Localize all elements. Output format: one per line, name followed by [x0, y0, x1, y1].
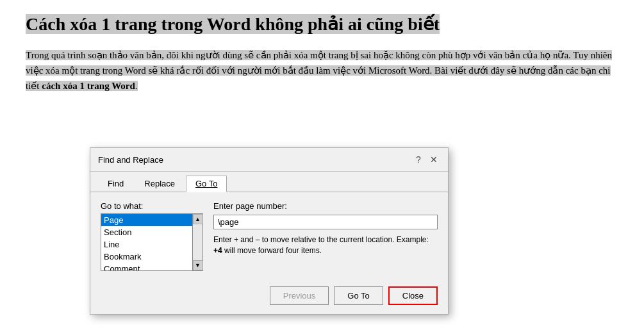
- dialog-columns: Go to what: Page Section Line Bookmark C…: [101, 201, 438, 271]
- tab-goto[interactable]: Go To: [186, 176, 227, 192]
- list-item-bookmark[interactable]: Bookmark: [101, 251, 192, 263]
- scroll-down-arrow[interactable]: ▼: [193, 260, 203, 270]
- right-column: Enter page number: Enter + and – to move…: [213, 201, 438, 271]
- enter-page-label: Enter page number:: [213, 201, 438, 211]
- goto-button[interactable]: Go To: [334, 286, 383, 305]
- dialog-footer: Previous Go To Close: [90, 280, 448, 314]
- dialog-title-bar: Find and Replace ? ✕: [90, 148, 448, 172]
- close-dialog-button[interactable]: Close: [388, 286, 438, 305]
- dialog-title-controls: ? ✕: [412, 153, 440, 166]
- list-item-line[interactable]: Line: [101, 238, 192, 251]
- list-item-section[interactable]: Section: [101, 226, 192, 238]
- hint-text: Enter + and – to move relative to the cu…: [213, 235, 438, 256]
- go-to-what-label: Go to what:: [101, 201, 203, 211]
- dialog-body: Go to what: Page Section Line Bookmark C…: [90, 192, 448, 280]
- page-number-input[interactable]: [213, 215, 438, 229]
- scrollbar-track[interactable]: ▲ ▼: [193, 213, 203, 271]
- dialog-title: Find and Replace: [98, 155, 163, 165]
- listbox-items: Page Section Line Bookmark Comment Footn…: [101, 213, 193, 271]
- help-button[interactable]: ?: [412, 153, 425, 166]
- find-replace-dialog: Find and Replace ? ✕ Find Replace Go To …: [90, 147, 449, 315]
- tab-find[interactable]: Find: [98, 176, 133, 192]
- list-item-comment[interactable]: Comment: [101, 263, 192, 271]
- listbox-wrap: Page Section Line Bookmark Comment Footn…: [101, 213, 203, 271]
- doc-title: Cách xóa 1 trang trong Word không phải a…: [26, 13, 618, 36]
- close-button[interactable]: ✕: [427, 153, 440, 166]
- left-column: Go to what: Page Section Line Bookmark C…: [101, 201, 203, 271]
- scroll-up-arrow[interactable]: ▲: [193, 214, 203, 224]
- previous-button[interactable]: Previous: [270, 286, 329, 305]
- doc-body: Trong quá trình soạn thảo văn bản, đôi k…: [26, 47, 618, 94]
- document-area: Cách xóa 1 trang trong Word không phải a…: [0, 0, 644, 106]
- list-item-page[interactable]: Page: [101, 214, 192, 226]
- tabs-bar: Find Replace Go To: [90, 172, 448, 192]
- tab-replace[interactable]: Replace: [135, 176, 185, 192]
